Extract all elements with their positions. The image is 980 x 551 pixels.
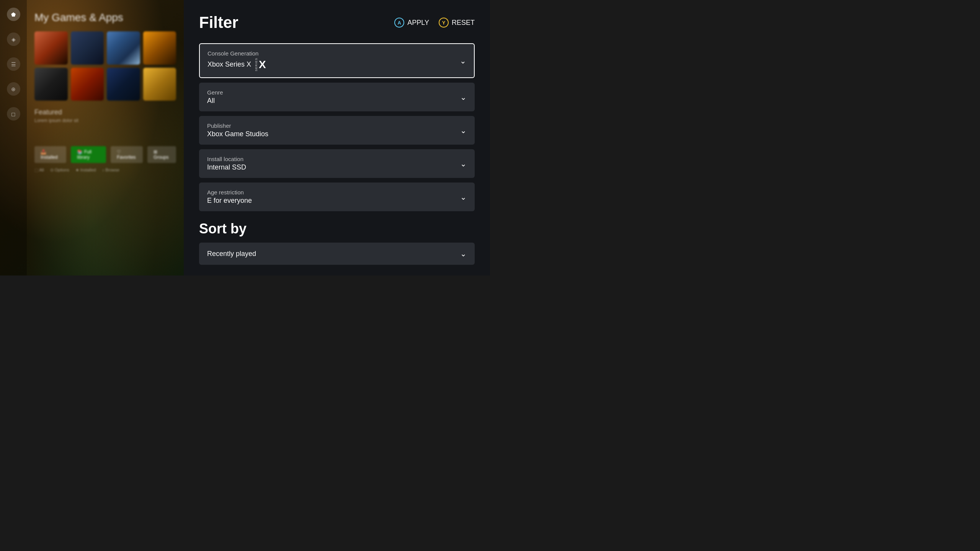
game-library-content: My Games & Apps Featured Lorem ipsum dol… xyxy=(27,0,184,184)
console-generation-content: Console Generation Xbox Series X SERIES … xyxy=(207,50,266,71)
game-thumb-2 xyxy=(71,31,104,65)
console-generation-dropdown[interactable]: Console Generation Xbox Series X SERIES … xyxy=(199,43,475,78)
console-generation-label: Console Generation xyxy=(207,50,266,57)
page-title: My Games & Apps xyxy=(34,11,176,24)
genre-dropdown[interactable]: Genre All ⌄ xyxy=(199,83,475,111)
sidebar-icon-2: ☰ xyxy=(7,57,20,71)
nav-tab-groups[interactable]: ⊞ Groups xyxy=(147,146,176,163)
sidebar-icon-1: ◈ xyxy=(7,33,20,46)
game-thumb-3 xyxy=(107,31,140,65)
featured-subtitle: Lorem ipsum dolor sit xyxy=(34,118,176,123)
games-grid xyxy=(34,31,176,101)
left-game-panel: ⬟ ◈ ☰ ⊕ ◻ My Games & Apps Featured Lorem… xyxy=(0,0,184,276)
bottom-icon-2: ⊙ Options xyxy=(50,168,69,173)
age-restriction-value: E for everyone xyxy=(207,197,252,205)
genre-label: Genre xyxy=(207,89,223,96)
filter-title: Filter xyxy=(199,13,238,32)
featured-label: Featured xyxy=(34,108,176,116)
game-thumb-8 xyxy=(143,68,176,101)
sort-by-chevron: ⌄ xyxy=(460,249,467,258)
reset-label: RESET xyxy=(452,19,475,27)
game-thumb-6 xyxy=(71,68,104,101)
install-location-dropdown[interactable]: Install location Internal SSD ⌄ xyxy=(199,149,475,178)
console-generation-value: Xbox Series X SERIES X xyxy=(207,58,266,71)
install-location-chevron: ⌄ xyxy=(460,159,467,168)
sort-by-value: Recently played xyxy=(207,250,256,258)
publisher-dropdown[interactable]: Publisher Xbox Game Studios ⌄ xyxy=(199,116,475,145)
nav-tabs: 📥 Installed 📚 Full library ♡ Favorites ⊞… xyxy=(34,146,176,163)
bottom-icon-4: ↕ Browse xyxy=(102,168,119,173)
game-thumb-4 xyxy=(143,31,176,65)
bottom-icons: ⬚ All ⊙ Options ★ Installed ↕ Browse xyxy=(34,168,176,173)
filter-header: Filter A APPLY Y RESET xyxy=(199,13,475,32)
nav-tab-installed[interactable]: 📥 Installed xyxy=(34,146,66,163)
filter-panel: Filter A APPLY Y RESET Console Generatio… xyxy=(184,0,490,276)
apply-button[interactable]: A APPLY xyxy=(394,18,429,28)
game-thumb-7 xyxy=(107,68,140,101)
genre-content: Genre All xyxy=(207,89,223,105)
publisher-content: Publisher Xbox Game Studios xyxy=(207,122,268,138)
sidebar-icon-3: ⊕ xyxy=(7,82,20,96)
sort-by-dropdown[interactable]: Recently played ⌄ xyxy=(199,243,475,265)
xbox-series-logo: SERIES X xyxy=(255,58,266,71)
game-thumb-5 xyxy=(34,68,68,101)
filter-actions: A APPLY Y RESET xyxy=(394,18,475,28)
publisher-label: Publisher xyxy=(207,122,268,129)
sort-by-title: Sort by xyxy=(199,221,475,237)
install-location-content: Install location Internal SSD xyxy=(207,156,246,171)
game-thumb-1 xyxy=(34,31,68,65)
sort-by-content: Recently played xyxy=(207,250,256,258)
sidebar-icon-home: ⬟ xyxy=(7,8,20,21)
a-button-circle: A xyxy=(394,18,404,28)
age-restriction-dropdown[interactable]: Age restriction E for everyone ⌄ xyxy=(199,183,475,211)
genre-chevron: ⌄ xyxy=(460,93,467,102)
bottom-icon-3: ★ Installed xyxy=(75,168,96,173)
publisher-value: Xbox Game Studios xyxy=(207,130,268,138)
apply-label: APPLY xyxy=(407,19,429,27)
age-restriction-content: Age restriction E for everyone xyxy=(207,189,252,205)
y-button-circle: Y xyxy=(439,18,449,28)
bottom-icon-1: ⬚ All xyxy=(34,168,44,173)
reset-button[interactable]: Y RESET xyxy=(439,18,475,28)
install-location-value: Internal SSD xyxy=(207,163,246,171)
age-restriction-label: Age restriction xyxy=(207,189,252,196)
install-location-label: Install location xyxy=(207,156,246,162)
nav-tab-full-library[interactable]: 📚 Full library xyxy=(71,146,106,163)
nav-tab-favorites[interactable]: ♡ Favorites xyxy=(111,146,143,163)
console-generation-chevron: ⌄ xyxy=(460,56,466,65)
age-restriction-chevron: ⌄ xyxy=(460,192,467,202)
left-sidebar: ⬟ ◈ ☰ ⊕ ◻ xyxy=(0,0,27,276)
sidebar-icon-4: ◻ xyxy=(7,107,20,121)
publisher-chevron: ⌄ xyxy=(460,126,467,135)
genre-value: All xyxy=(207,97,223,105)
